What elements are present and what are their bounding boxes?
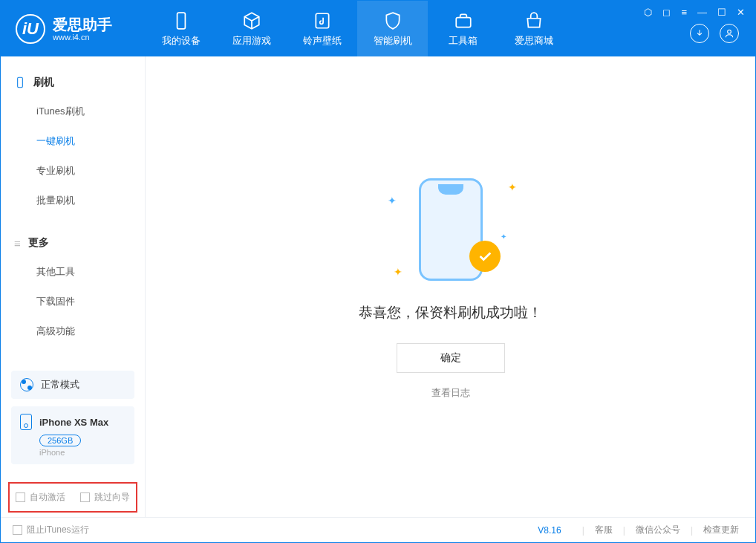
device-type: iPhone bbox=[39, 448, 126, 457]
footer: 阻止iTunes运行 V8.16 | 客服 | 微信公众号 | 检查更新 bbox=[1, 517, 755, 542]
footer-link-support[interactable]: 客服 bbox=[590, 524, 617, 536]
ok-button[interactable]: 确定 bbox=[397, 343, 505, 373]
checkmark-badge-icon bbox=[469, 241, 501, 272]
logo-area: iU 爱思助手 www.i4.cn bbox=[1, 1, 146, 56]
nav-toolbox[interactable]: 工具箱 bbox=[428, 1, 498, 56]
hamburger-icon: ≡ bbox=[14, 238, 21, 249]
sidebar-group-more: ≡ 更多 bbox=[1, 229, 145, 257]
logo-text: 爱思助手 www.i4.cn bbox=[53, 16, 112, 42]
menu-icon[interactable]: ≡ bbox=[681, 7, 687, 18]
device-icon bbox=[171, 10, 192, 31]
options-highlight-box: 自动激活 跳过向导 bbox=[8, 482, 137, 513]
sidebar-item-other-tools[interactable]: 其他工具 bbox=[1, 257, 145, 287]
mode-label: 正常模式 bbox=[41, 378, 79, 391]
mode-box[interactable]: 正常模式 bbox=[11, 371, 134, 399]
header-right: ⬡ ◻ ≡ ― ☐ ✕ bbox=[641, 1, 748, 56]
block-itunes-checkbox[interactable]: 阻止iTunes运行 bbox=[13, 524, 89, 536]
sidebar-item-onekey-flash[interactable]: 一键刷机 bbox=[1, 126, 145, 156]
phone-icon bbox=[14, 77, 26, 88]
app-logo-icon: iU bbox=[16, 14, 45, 44]
window-controls: ⬡ ◻ ≡ ― ☐ ✕ bbox=[644, 7, 745, 18]
checkbox-icon bbox=[16, 492, 25, 502]
sparkle-icon: ✦ bbox=[394, 266, 403, 278]
sidebar-item-download-firmware[interactable]: 下载固件 bbox=[1, 287, 145, 316]
nav-store[interactable]: 爱思商城 bbox=[498, 1, 569, 56]
app-subtitle: www.i4.cn bbox=[53, 33, 112, 42]
view-log-link[interactable]: 查看日志 bbox=[431, 386, 470, 400]
sidebar-item-advanced[interactable]: 高级功能 bbox=[1, 316, 145, 346]
nav-label: 铃声壁纸 bbox=[303, 34, 342, 48]
shirt-icon[interactable]: ⬡ bbox=[644, 7, 652, 18]
svg-point-3 bbox=[728, 30, 731, 33]
minimize-button[interactable]: ― bbox=[697, 7, 707, 18]
close-button[interactable]: ✕ bbox=[737, 7, 745, 18]
nav-label: 爱思商城 bbox=[515, 34, 553, 48]
group-title-label: 刷机 bbox=[33, 76, 54, 89]
sparkle-icon: ✦ bbox=[501, 233, 506, 241]
device-panel: 正常模式 iPhone XS Max 256GB iPhone bbox=[1, 363, 145, 482]
checkbox-label: 阻止iTunes运行 bbox=[27, 524, 89, 536]
sidebar-item-batch-flash[interactable]: 批量刷机 bbox=[1, 186, 145, 215]
download-icon[interactable] bbox=[690, 24, 709, 43]
success-message: 恭喜您，保资料刷机成功啦！ bbox=[359, 303, 542, 322]
nav-apps-games[interactable]: 应用游戏 bbox=[216, 1, 287, 56]
shield-icon bbox=[382, 10, 403, 31]
nav-my-device[interactable]: 我的设备 bbox=[146, 1, 216, 56]
svg-rect-4 bbox=[18, 77, 23, 87]
sidebar: 刷机 iTunes刷机 一键刷机 专业刷机 批量刷机 ≡ 更多 其他工具 下载固… bbox=[1, 56, 146, 517]
auto-activate-checkbox[interactable]: 自动激活 bbox=[16, 491, 65, 504]
sidebar-item-pro-flash[interactable]: 专业刷机 bbox=[1, 156, 145, 186]
checkbox-icon bbox=[80, 492, 90, 502]
main-content: ✦ ✦ ✦ ✦ 恭喜您，保资料刷机成功啦！ 确定 查看日志 bbox=[146, 56, 755, 517]
nav-label: 智能刷机 bbox=[374, 34, 412, 48]
device-row: iPhone XS Max bbox=[20, 414, 126, 430]
checkbox-label: 跳过向导 bbox=[94, 491, 130, 504]
store-icon bbox=[524, 10, 544, 31]
group-title-label: 更多 bbox=[28, 236, 49, 250]
app-title: 爱思助手 bbox=[53, 16, 112, 33]
nav-ringtones-wallpapers[interactable]: 铃声壁纸 bbox=[287, 1, 357, 56]
nav-label: 我的设备 bbox=[162, 34, 201, 48]
header-action-icons bbox=[690, 24, 745, 51]
sidebar-scroll: 刷机 iTunes刷机 一键刷机 专业刷机 批量刷机 ≡ 更多 其他工具 下载固… bbox=[1, 56, 145, 363]
success-illustration: ✦ ✦ ✦ ✦ bbox=[380, 174, 521, 285]
device-name: iPhone XS Max bbox=[39, 417, 108, 428]
version-label: V8.16 bbox=[538, 525, 561, 536]
phone-icon bbox=[20, 414, 32, 430]
user-icon[interactable] bbox=[720, 24, 739, 43]
footer-link-wechat[interactable]: 微信公众号 bbox=[631, 524, 685, 536]
nav-smart-flash[interactable]: 智能刷机 bbox=[357, 1, 428, 56]
separator: | bbox=[617, 525, 631, 536]
maximize-button[interactable]: ☐ bbox=[717, 7, 726, 18]
nav-label: 应用游戏 bbox=[232, 34, 271, 48]
music-icon bbox=[312, 10, 333, 31]
sidebar-item-itunes-flash[interactable]: iTunes刷机 bbox=[1, 97, 145, 126]
cube-icon bbox=[241, 10, 262, 31]
storage-badge: 256GB bbox=[39, 435, 81, 446]
sparkle-icon: ✦ bbox=[388, 195, 397, 207]
nav-label: 工具箱 bbox=[449, 34, 478, 48]
sparkle-icon: ✦ bbox=[508, 181, 517, 193]
separator: | bbox=[685, 525, 699, 536]
sidebar-group-flash: 刷机 bbox=[1, 68, 145, 97]
mode-icon bbox=[20, 378, 33, 391]
footer-link-update[interactable]: 检查更新 bbox=[699, 524, 743, 536]
svg-rect-1 bbox=[316, 13, 328, 28]
separator: | bbox=[576, 525, 590, 536]
app-window: iU 爱思助手 www.i4.cn 我的设备 应用游戏 铃声壁纸 智能刷机 bbox=[0, 0, 756, 543]
header: iU 爱思助手 www.i4.cn 我的设备 应用游戏 铃声壁纸 智能刷机 bbox=[1, 1, 755, 56]
checkbox-label: 自动激活 bbox=[30, 491, 65, 504]
skip-guide-checkbox[interactable]: 跳过向导 bbox=[80, 491, 130, 504]
svg-rect-0 bbox=[177, 13, 185, 29]
device-box[interactable]: iPhone XS Max 256GB iPhone bbox=[11, 406, 134, 464]
checkbox-icon bbox=[13, 525, 22, 535]
svg-rect-2 bbox=[456, 17, 471, 27]
top-nav: 我的设备 应用游戏 铃声壁纸 智能刷机 工具箱 爱思商城 bbox=[146, 1, 569, 56]
feedback-icon[interactable]: ◻ bbox=[662, 7, 671, 18]
toolbox-icon bbox=[453, 10, 474, 31]
body: 刷机 iTunes刷机 一键刷机 专业刷机 批量刷机 ≡ 更多 其他工具 下载固… bbox=[1, 56, 755, 517]
